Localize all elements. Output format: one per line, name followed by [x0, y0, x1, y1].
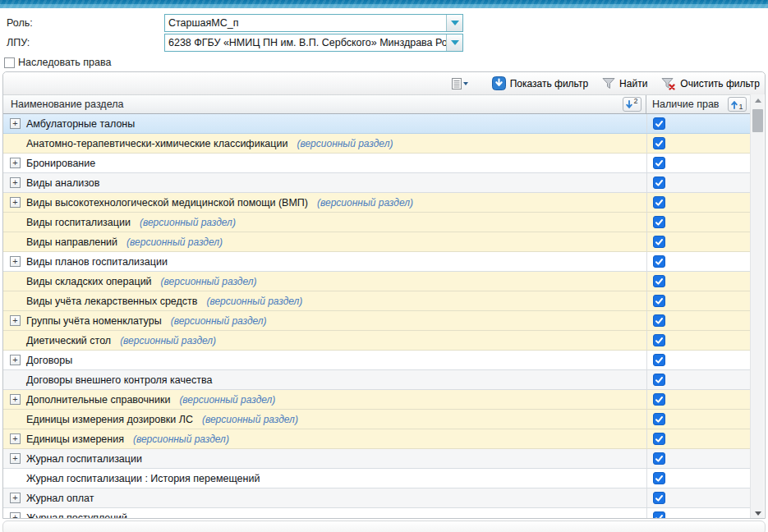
funnel-clear-icon: [661, 77, 676, 90]
sort-button-asc[interactable]: 1: [728, 97, 747, 112]
section-name-label: Виды госпитализации: [26, 217, 131, 228]
role-combobox-dropdown-button[interactable]: [446, 15, 462, 31]
section-name-label: Амбулаторные талоны: [26, 118, 135, 130]
section-name-cell: + Виды высокотехнологической медицинской…: [3, 193, 646, 212]
checkmark-icon: [655, 357, 663, 364]
rights-checkbox[interactable]: [653, 196, 665, 209]
list-menu-icon: [452, 78, 462, 89]
rights-checkbox[interactable]: [653, 334, 665, 346]
rights-checkbox[interactable]: [653, 413, 665, 425]
rights-cell: [646, 429, 751, 448]
rights-checkbox[interactable]: [653, 275, 665, 287]
sort-button-desc[interactable]: 2: [623, 97, 642, 112]
versioned-section-note: (версионный раздел): [161, 276, 257, 287]
rights-checkbox[interactable]: [653, 511, 665, 519]
role-combobox[interactable]: СтаршаяМС_п: [164, 14, 463, 32]
rights-checkbox[interactable]: [653, 393, 665, 406]
lpu-combobox-dropdown-button[interactable]: [446, 34, 462, 51]
expand-plus-icon[interactable]: +: [10, 355, 21, 365]
rights-checkbox[interactable]: [653, 236, 665, 248]
rights-checkbox[interactable]: [653, 157, 665, 169]
expand-plus-icon[interactable]: +: [10, 453, 21, 464]
checkmark-icon: [655, 140, 663, 147]
rights-checkbox[interactable]: [653, 295, 665, 307]
expand-plus-icon[interactable]: +: [10, 433, 21, 444]
table-row[interactable]: + Виды направлений (версионный раздел): [3, 232, 751, 252]
scrollbar-thumb[interactable]: [752, 109, 763, 132]
table-row[interactable]: + Единицы измерения (версионный раздел): [3, 429, 751, 449]
rights-checkbox[interactable]: [653, 354, 665, 366]
rights-checkbox[interactable]: [653, 314, 665, 327]
rights-checkbox[interactable]: [653, 433, 665, 445]
checkmark-icon: [655, 259, 663, 265]
table-row[interactable]: + Амбулаторные талоны: [3, 114, 751, 134]
expand-plus-icon[interactable]: +: [10, 158, 21, 168]
rights-cell: [646, 488, 751, 507]
column-header-section-name[interactable]: Наименование раздела 2: [3, 95, 646, 113]
rights-checkbox[interactable]: [653, 452, 665, 465]
lpu-combobox[interactable]: 6238 ФГБУ «НМИЦ ПН им. В.П. Сербского» М…: [164, 34, 463, 52]
rights-cell: [646, 213, 751, 232]
scroll-up-button[interactable]: [751, 94, 765, 107]
table-row[interactable]: + Договоры: [3, 351, 751, 370]
expand-plus-icon[interactable]: +: [10, 177, 21, 188]
rights-checkbox[interactable]: [653, 472, 665, 484]
table-row[interactable]: + Единицы измерения дозировки ЛС (версио…: [3, 410, 751, 429]
rights-checkbox[interactable]: [653, 117, 665, 130]
table-row[interactable]: + Диетический стол (версионный раздел): [3, 331, 751, 351]
table-row[interactable]: + Журнал оплат: [3, 488, 751, 508]
expand-plus-icon[interactable]: +: [10, 256, 21, 267]
expand-plus-icon[interactable]: +: [10, 315, 21, 326]
rights-cell: [646, 173, 751, 192]
find-button[interactable]: Найти: [602, 77, 647, 89]
column-menu-button[interactable]: [452, 78, 468, 89]
rights-checkbox[interactable]: [653, 255, 665, 268]
vertical-scrollbar[interactable]: [750, 94, 764, 519]
table-row[interactable]: + Бронирование: [3, 154, 751, 173]
checkmark-icon: [655, 416, 663, 423]
table-row[interactable]: + Виды учёта лекарственных средств (верс…: [3, 291, 751, 311]
rights-cell: [646, 351, 751, 369]
expand-plus-icon[interactable]: +: [10, 512, 21, 519]
table-row[interactable]: + Виды анализов: [3, 173, 751, 193]
checkmark-icon: [655, 475, 663, 482]
rights-checkbox[interactable]: [653, 137, 665, 149]
rights-checkbox[interactable]: [653, 177, 665, 189]
expand-plus-icon[interactable]: +: [10, 197, 21, 208]
table-row[interactable]: + Журнал госпитализации: [3, 449, 751, 469]
table-row[interactable]: + Анатомно-терапевтически-химические кла…: [3, 134, 751, 154]
section-name-cell: + Виды направлений (версионный раздел): [3, 232, 646, 251]
expand-plus-icon[interactable]: +: [10, 118, 21, 129]
expand-plus-icon[interactable]: +: [10, 394, 21, 405]
table-row[interactable]: + Виды складских операций (версионный ра…: [3, 272, 751, 291]
rights-checkbox[interactable]: [653, 216, 665, 228]
lpu-label: ЛПУ:: [7, 34, 30, 52]
inherit-rights-checkbox[interactable]: [4, 57, 15, 68]
rights-checkbox[interactable]: [653, 374, 665, 386]
table-row[interactable]: + Журнал поступлений: [3, 508, 751, 519]
table-row[interactable]: + Виды планов госпитализации: [3, 252, 751, 272]
rights-cell: [646, 449, 751, 468]
section-name-label: Виды учёта лекарственных средств: [26, 296, 197, 307]
rights-cell: [646, 291, 751, 310]
section-name-cell: + Договоры внешнего контроля качества: [3, 370, 646, 389]
table-row[interactable]: + Виды госпитализации (версионный раздел…: [3, 213, 751, 232]
table-row[interactable]: + Виды высокотехнологической медицинской…: [3, 193, 751, 213]
table-row[interactable]: + Дополнительные справочники (версионный…: [3, 390, 751, 410]
section-name-cell: + Единицы измерения дозировки ЛС (версио…: [3, 410, 646, 429]
rights-cell: [646, 390, 751, 409]
rights-checkbox[interactable]: [653, 492, 665, 504]
section-name-label: Журнал оплат: [26, 493, 94, 504]
table-row[interactable]: + Договоры внешнего контроля качества: [3, 370, 751, 390]
table-row[interactable]: + Группы учёта номенклатуры (версионный …: [3, 311, 751, 331]
clear-filter-button[interactable]: Очистить фильтр: [661, 77, 760, 90]
expand-plus-icon[interactable]: +: [10, 493, 21, 503]
column-header-rights[interactable]: Наличие прав 1: [646, 95, 751, 113]
show-filter-button[interactable]: Показать фильтр: [492, 76, 588, 90]
scroll-down-button[interactable]: [751, 507, 765, 519]
inherit-rights-checkbox-row[interactable]: Наследовать права: [4, 57, 111, 68]
checkmark-icon: [655, 436, 663, 443]
table-row[interactable]: + Журнал госпитализации : История переме…: [3, 469, 751, 488]
section-name-cell: + Журнал госпитализации : История переме…: [3, 469, 646, 488]
rights-cell: [646, 469, 751, 488]
